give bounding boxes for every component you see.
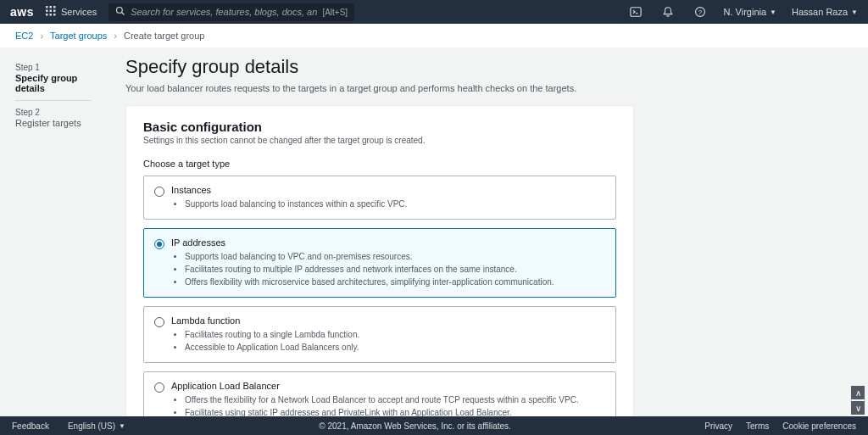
breadcrumb-ec2[interactable]: EC2 — [15, 31, 33, 41]
chevron-right-icon: › — [40, 31, 43, 41]
radio-icon — [154, 187, 164, 197]
page-title: Specify group details — [125, 56, 634, 78]
wizard-step-1[interactable]: Step 1 Specify group details — [15, 56, 92, 101]
page-desc: Your load balancer routes requests to th… — [125, 83, 634, 93]
svg-rect-8 — [53, 14, 56, 16]
radio-title: Lambda function — [171, 315, 605, 326]
target-type-ip-addresses[interactable]: IP addresses Supports load balancing to … — [143, 228, 616, 298]
cloudshell-icon[interactable] — [627, 3, 644, 20]
svg-line-10 — [122, 12, 125, 14]
step-label: Register targets — [15, 118, 92, 128]
feedback-link[interactable]: Feedback — [12, 421, 49, 431]
svg-text:?: ? — [698, 8, 702, 16]
radio-title: Instances — [171, 185, 605, 195]
step-num: Step 2 — [15, 108, 92, 117]
svg-rect-5 — [53, 10, 56, 13]
radio-icon — [154, 382, 164, 393]
aws-logo[interactable]: aws — [10, 5, 34, 19]
step-label: Specify group details — [15, 73, 92, 93]
radio-bullet: Facilitates routing to multiple IP addre… — [185, 263, 605, 276]
target-type-lambda[interactable]: Lambda function Facilitates routing to a… — [143, 306, 616, 363]
wizard-step-2[interactable]: Step 2 Register targets — [15, 101, 92, 135]
svg-rect-7 — [49, 14, 52, 16]
svg-rect-3 — [46, 10, 48, 13]
radio-title: Application Load Balancer — [171, 381, 605, 391]
breadcrumb: EC2 › Target groups › Create target grou… — [0, 24, 868, 47]
radio-bullet: Facilitates routing to a single Lambda f… — [185, 328, 605, 341]
scroll-bottom-button[interactable]: ∨ — [851, 401, 865, 415]
page-body: Step 1 Specify group details Step 2 Regi… — [0, 47, 868, 435]
language-label: English (US) — [68, 421, 115, 431]
footer: Feedback English (US) ▼ © 2021, Amazon W… — [0, 416, 868, 435]
main: Specify group details Your load balancer… — [125, 56, 634, 435]
services-label: Services — [61, 7, 97, 17]
breadcrumb-target-groups[interactable]: Target groups — [50, 31, 107, 41]
wizard-steps: Step 1 Specify group details Step 2 Regi… — [15, 56, 92, 435]
search-shortcut: [Alt+S] — [322, 8, 348, 17]
chevron-right-icon: › — [114, 31, 117, 41]
grid-icon — [46, 6, 56, 18]
svg-rect-4 — [49, 10, 52, 13]
services-button[interactable]: Services — [46, 6, 97, 18]
radio-icon — [154, 239, 164, 249]
copyright: © 2021, Amazon Web Services, Inc. or its… — [125, 421, 704, 431]
search-container[interactable]: [Alt+S] — [108, 3, 354, 21]
search-icon — [115, 6, 125, 19]
chevron-down-icon: ▼ — [119, 422, 125, 430]
breadcrumb-current: Create target group — [124, 31, 204, 41]
panel-title: Basic configuration — [143, 120, 616, 134]
privacy-link[interactable]: Privacy — [704, 421, 732, 431]
chevron-down-icon: ▼ — [851, 8, 858, 16]
region-label: N. Virginia — [724, 7, 767, 17]
svg-rect-0 — [46, 6, 48, 8]
top-nav: aws Services [Alt+S] ? N. Virginia ▼ Has… — [0, 0, 868, 24]
radio-bullet: Offers flexibility with microservice bas… — [185, 276, 605, 288]
radio-bullet: Supports load balancing to instances wit… — [185, 198, 605, 210]
svg-point-9 — [117, 7, 123, 13]
choose-target-label: Choose a target type — [143, 159, 616, 169]
radio-title: IP addresses — [171, 237, 605, 248]
svg-rect-1 — [49, 6, 52, 8]
svg-rect-2 — [53, 6, 56, 8]
help-icon[interactable]: ? — [692, 3, 709, 20]
language-button[interactable]: English (US) ▼ — [68, 421, 125, 431]
radio-bullet: Supports load balancing to VPC and on-pr… — [185, 250, 605, 263]
panel-sub: Settings in this section cannot be chang… — [143, 136, 616, 145]
radio-bullet: Offers the flexibility for a Network Loa… — [185, 393, 605, 406]
chevron-down-icon: ▼ — [770, 8, 776, 16]
terms-link[interactable]: Terms — [746, 421, 769, 431]
basic-config-panel: Basic configuration Settings in this sec… — [125, 105, 634, 435]
user-button[interactable]: Hassan Raza ▼ — [792, 7, 858, 17]
search-input[interactable] — [125, 7, 322, 17]
step-num: Step 1 — [15, 63, 92, 72]
bell-icon[interactable] — [659, 3, 676, 20]
svg-rect-6 — [46, 14, 48, 16]
region-button[interactable]: N. Virginia ▼ — [724, 7, 776, 17]
cookie-link[interactable]: Cookie preferences — [782, 421, 856, 431]
radio-icon — [154, 317, 164, 327]
nav-right: ? N. Virginia ▼ Hassan Raza ▼ — [627, 3, 858, 20]
radio-bullet: Accessible to Application Load Balancers… — [185, 341, 605, 354]
scroll-top-button[interactable]: ∧ — [851, 386, 865, 399]
user-label: Hassan Raza — [792, 7, 848, 17]
target-type-instances[interactable]: Instances Supports load balancing to ins… — [143, 176, 616, 220]
